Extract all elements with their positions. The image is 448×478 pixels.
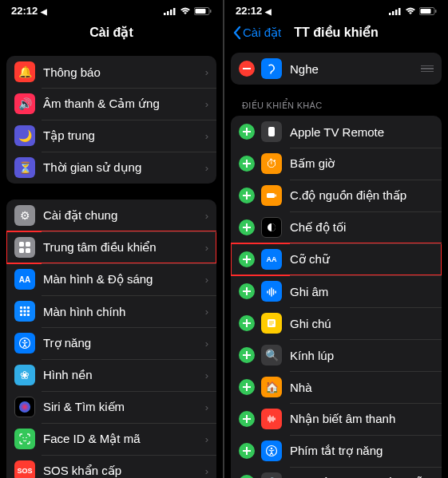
chevron-icon: ›: [205, 210, 208, 222]
row-stopwatch[interactable]: ⏱ Bấm giờ: [231, 148, 442, 180]
svg-point-23: [26, 437, 27, 439]
general-label: Cài đặt chung: [43, 208, 205, 223]
location-icon: ◀: [41, 7, 47, 16]
drag-handle-icon[interactable]: [421, 65, 434, 73]
homekit-icon: 🏠: [261, 377, 282, 397]
header: Cài đặt: [0, 18, 223, 48]
svg-point-44: [271, 448, 273, 450]
chevron-icon: ›: [205, 401, 208, 413]
add-button[interactable]: [239, 156, 255, 172]
svg-rect-13: [27, 306, 30, 309]
wallpaper-label: Hình nền: [43, 368, 205, 382]
a11y-label: Phím tắt trợ năng: [290, 444, 434, 458]
row-guided[interactable]: 🔒 Truy cập được hướng dẫn: [231, 467, 442, 478]
row-magnifier[interactable]: 🔍 Kính lúp: [231, 339, 442, 371]
back-button[interactable]: Cài đặt: [232, 26, 281, 40]
row-darkmode[interactable]: Chế độ tối: [231, 211, 442, 243]
add-button[interactable]: [239, 124, 255, 140]
control-center-icon: [14, 237, 35, 258]
status-icons: [164, 7, 212, 15]
signal-icon: [164, 7, 176, 15]
add-button[interactable]: [239, 283, 255, 299]
svg-rect-7: [19, 242, 24, 247]
chevron-icon: ›: [205, 369, 208, 381]
chevron-icon: ›: [205, 433, 208, 445]
row-notes[interactable]: Ghi chú: [231, 307, 442, 339]
row-control-center[interactable]: Trung tâm điều khiển ›: [6, 231, 216, 263]
svg-rect-1: [167, 11, 169, 15]
row-appletv[interactable]: Apple TV Remote: [231, 116, 442, 148]
svg-rect-6: [210, 10, 212, 13]
notes-icon: [261, 313, 282, 334]
row-focus[interactable]: 🌙 Tập trung ›: [6, 120, 216, 152]
magnifier-label: Kính lúp: [290, 349, 434, 362]
home-label: Màn hình chính: [43, 305, 205, 318]
magnifier-icon: 🔍: [261, 345, 282, 365]
svg-rect-15: [24, 310, 26, 313]
sos-label: SOS khẩn cấp: [43, 464, 205, 478]
row-a11y[interactable]: Phím tắt trợ năng: [231, 435, 442, 467]
add-button[interactable]: [239, 379, 255, 395]
notifications-icon: 🔔: [14, 61, 35, 82]
svg-rect-28: [389, 13, 391, 15]
stopwatch-label: Bấm giờ: [290, 156, 434, 171]
svg-rect-18: [24, 314, 26, 316]
row-display[interactable]: AA Màn hình & Độ sáng ›: [6, 263, 216, 295]
row-screentime[interactable]: ⏳ Thời gian sử dụng ›: [6, 152, 216, 184]
add-button[interactable]: [239, 475, 255, 478]
settings-group-2: ⚙ Cài đặt chung › Trung tâm điều khiển ›…: [6, 199, 216, 478]
svg-rect-10: [26, 248, 30, 253]
content-area: Nghe ĐIỀU KHIỂN KHÁC Apple TV Remote ⏱ B…: [224, 48, 448, 478]
add-button[interactable]: [239, 347, 255, 363]
home-icon: [14, 301, 35, 322]
faceid-label: Face ID & Mật mã: [43, 432, 205, 446]
row-siri[interactable]: Siri & Tìm kiếm ›: [6, 391, 216, 423]
section-header: ĐIỀU KHIỂN KHÁC: [231, 91, 442, 116]
row-notifications[interactable]: 🔔 Thông báo ›: [6, 56, 216, 88]
row-voice[interactable]: Ghi âm: [231, 275, 442, 307]
row-sos[interactable]: SOS SOS khẩn cấp ›: [6, 455, 216, 478]
faceid-icon: [14, 429, 35, 449]
hearing-icon: [261, 58, 282, 79]
row-soundrec[interactable]: Nhận biết âm thanh: [231, 403, 442, 435]
svg-rect-37: [276, 195, 277, 197]
back-label: Cài đặt: [243, 26, 281, 40]
location-icon: ◀: [265, 7, 272, 16]
screentime-label: Thời gian sử dụng: [43, 160, 205, 175]
row-lowpower[interactable]: C.độ nguồn điện thấp: [231, 180, 442, 211]
add-button[interactable]: [239, 251, 255, 267]
add-button[interactable]: [239, 411, 255, 427]
svg-rect-36: [267, 193, 275, 198]
svg-rect-11: [20, 306, 22, 309]
row-wallpaper[interactable]: ❀ Hình nền ›: [6, 359, 216, 391]
remove-button[interactable]: [239, 61, 255, 77]
accessibility-label: Trợ năng: [43, 336, 205, 350]
header: Cài đặt TT điều khiển: [224, 18, 448, 48]
left-phone: 22:12 ◀ Cài đặt 🔔 Thông báo › 🔊 Âm thanh…: [0, 0, 223, 478]
add-button[interactable]: [239, 219, 255, 235]
row-faceid[interactable]: Face ID & Mật mã ›: [6, 423, 216, 455]
included-group: Nghe: [231, 53, 442, 85]
row-home[interactable]: Màn hình chính ›: [6, 295, 216, 327]
svg-point-22: [22, 437, 24, 439]
hearing-label: Nghe: [290, 62, 421, 76]
svg-point-21: [24, 340, 26, 342]
accessibility-icon: [14, 333, 35, 354]
row-general[interactable]: ⚙ Cài đặt chung ›: [6, 199, 216, 231]
row-accessibility[interactable]: Trợ năng ›: [6, 327, 216, 359]
row-sound[interactable]: 🔊 Âm thanh & Cảm ứng ›: [6, 88, 216, 120]
more-controls-group: Apple TV Remote ⏱ Bấm giờ C.độ nguồn điệ…: [231, 116, 442, 478]
svg-rect-12: [24, 306, 26, 309]
chevron-icon: ›: [205, 274, 208, 286]
voice-icon: [261, 281, 282, 302]
row-hearing[interactable]: Nghe: [231, 53, 442, 85]
soundrec-icon: [261, 409, 282, 429]
row-homekit[interactable]: 🏠 Nhà: [231, 371, 442, 403]
svg-rect-33: [421, 9, 431, 14]
add-button[interactable]: [239, 315, 255, 331]
add-button[interactable]: [239, 443, 255, 459]
row-textsize[interactable]: AA Cỡ chữ: [231, 243, 442, 275]
display-icon: AA: [14, 269, 35, 290]
add-button[interactable]: [239, 188, 255, 203]
control-center-label: Trung tâm điều khiển: [43, 240, 205, 255]
